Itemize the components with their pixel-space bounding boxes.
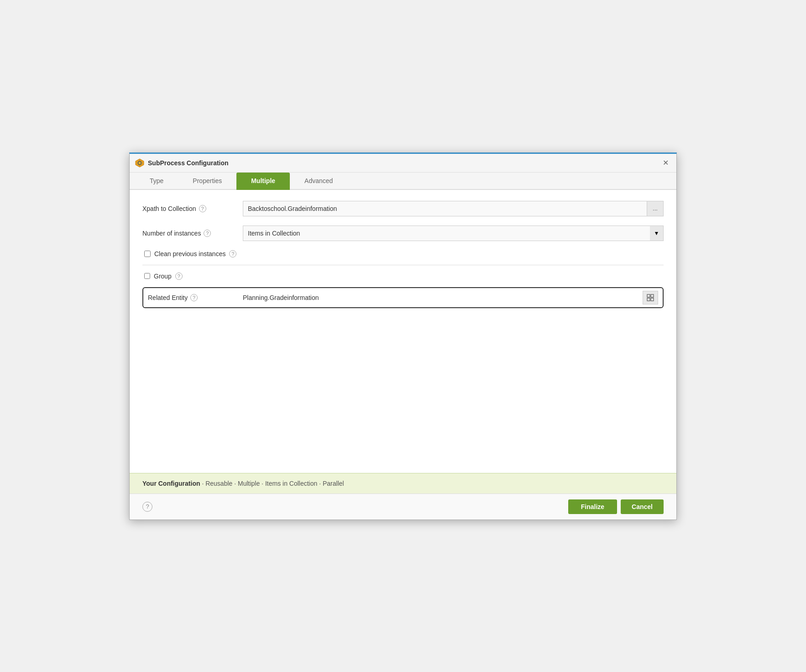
subprocess-config-dialog: SubProcess Configuration ✕ Type Properti… bbox=[129, 152, 677, 520]
subprocess-icon bbox=[135, 158, 144, 168]
svg-rect-10 bbox=[651, 298, 654, 301]
xpath-input-group: ... bbox=[243, 201, 664, 216]
tab-advanced[interactable]: Advanced bbox=[290, 173, 347, 190]
instances-help-icon[interactable]: ? bbox=[204, 230, 211, 237]
footer-help-icon[interactable]: ? bbox=[142, 502, 152, 512]
tab-multiple[interactable]: Multiple bbox=[236, 173, 290, 190]
related-entity-help-icon[interactable]: ? bbox=[190, 294, 198, 301]
svg-rect-9 bbox=[647, 298, 650, 301]
tab-properties[interactable]: Properties bbox=[178, 173, 236, 190]
xpath-label: Xpath to Collection ? bbox=[142, 205, 243, 212]
footer-config: Your Configuration · Reusable · Multiple… bbox=[130, 473, 676, 493]
finalize-button[interactable]: Finalize bbox=[568, 499, 617, 514]
svg-rect-8 bbox=[651, 294, 654, 297]
divider-1 bbox=[142, 265, 664, 265]
instances-label: Number of instances ? bbox=[142, 230, 243, 237]
tab-bar: Type Properties Multiple Advanced bbox=[130, 173, 676, 190]
related-entity-label: Related Entity ? bbox=[148, 294, 239, 301]
clean-instances-checkbox[interactable] bbox=[144, 251, 151, 257]
xpath-browse-button[interactable]: ... bbox=[647, 201, 664, 216]
xpath-row: Xpath to Collection ? ... bbox=[142, 201, 664, 216]
config-items: Reusable · Multiple · Items in Collectio… bbox=[205, 480, 344, 487]
cancel-button[interactable]: Cancel bbox=[621, 499, 664, 514]
xpath-input[interactable] bbox=[243, 201, 647, 216]
clean-instances-label: Clean previous instances bbox=[154, 250, 225, 257]
group-help-icon[interactable]: ? bbox=[175, 273, 183, 280]
config-label: Your Configuration bbox=[142, 480, 200, 487]
related-entity-button[interactable] bbox=[643, 291, 658, 304]
action-buttons: Finalize Cancel bbox=[568, 499, 664, 514]
close-button[interactable]: ✕ bbox=[660, 158, 671, 168]
group-checkbox[interactable] bbox=[144, 273, 150, 279]
dialog-content: Xpath to Collection ? ... Number of inst… bbox=[130, 190, 676, 473]
title-bar: SubProcess Configuration ✕ bbox=[130, 154, 676, 173]
instances-select[interactable]: Items in Collection Fixed number Express… bbox=[243, 226, 664, 241]
svg-rect-7 bbox=[647, 294, 650, 297]
entity-select-icon bbox=[647, 294, 654, 301]
group-row: Group ? bbox=[142, 273, 664, 280]
clean-help-icon[interactable]: ? bbox=[229, 250, 236, 257]
related-entity-value: Planning.Gradeinformation bbox=[239, 293, 643, 302]
instances-select-group: Items in Collection Fixed number Express… bbox=[243, 226, 664, 241]
dialog-title: SubProcess Configuration bbox=[148, 159, 660, 167]
related-entity-row: Related Entity ? Planning.Gradeinformati… bbox=[142, 287, 664, 308]
clean-instances-row: Clean previous instances ? bbox=[142, 250, 664, 257]
group-label: Group bbox=[154, 273, 172, 280]
xpath-help-icon[interactable]: ? bbox=[199, 205, 206, 212]
instances-row: Number of instances ? Items in Collectio… bbox=[142, 226, 664, 241]
tab-type[interactable]: Type bbox=[135, 173, 178, 190]
footer-actions: ? Finalize Cancel bbox=[130, 493, 676, 520]
